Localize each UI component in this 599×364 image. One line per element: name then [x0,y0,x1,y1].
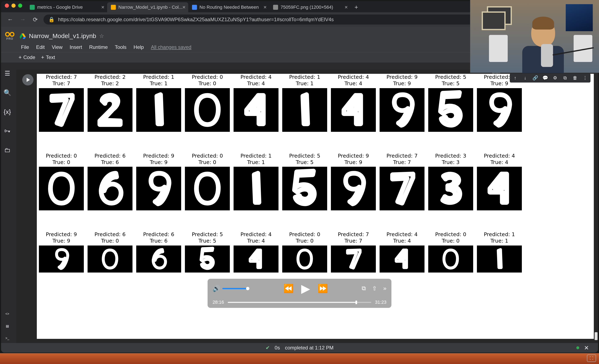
mnist-cell: Predicted: 5True: 5 [282,153,327,211]
mnist-image [39,245,84,273]
mnist-image [428,88,473,132]
screenshot-tool-icon[interactable]: ⛶ [587,355,596,362]
mnist-cell: Predicted: 4True: 4 [234,231,279,273]
mnist-cell: Predicted: 4True: 4 [379,231,424,273]
vertical-scrollbar[interactable] [594,70,598,342]
share-video-icon[interactable]: ⇧ [372,285,377,292]
mnist-cell: Predicted: 9True: 9 [136,153,181,211]
close-tab-icon[interactable]: ✕ [344,5,348,10]
search-icon[interactable]: 🔍 [4,89,11,96]
doc-title[interactable]: Narrow_Model_v1.ipynb [29,32,96,40]
url-text: https://colab.research.google.com/drive/… [58,17,334,22]
fast-forward-icon[interactable]: ⏩ [317,284,328,293]
star-icon[interactable]: ☆ [99,33,104,39]
mnist-caption: Predicted: 6True: 6 [143,231,174,244]
svg-marker-3 [23,37,26,39]
mnist-row: Predicted: 0True: 0Predicted: 6True: 6Pr… [39,153,592,211]
toc-icon[interactable]: ☰ [5,70,10,77]
mnist-cell: Predicted: 1True: 1 [234,153,279,211]
mnist-caption: Predicted: 9True: 9 [46,231,77,244]
mnist-row: Predicted: 7True: 7Predicted: 2True: 2Pr… [39,74,592,132]
svg-point-0 [6,32,9,36]
mnist-cell: Predicted: 0True: 0 [39,153,84,211]
colab-logo[interactable]: PRO [4,30,16,42]
pip-icon[interactable]: ⧉ [362,285,366,292]
mnist-cell: Predicted: 6True: 6 [136,231,181,273]
menu-runtime[interactable]: Runtime [89,44,108,50]
terminal-icon[interactable]: >_ [5,336,9,340]
files-icon[interactable]: 🗀 [4,147,10,154]
variables-icon[interactable]: {x} [4,108,11,115]
forward-button[interactable]: → [18,15,27,24]
browser-tab[interactable]: metrics - Google Drive✕ [26,2,107,12]
add-text-button[interactable]: +Text [41,54,55,61]
move-down-icon[interactable]: ↓ [521,74,529,82]
minimize-window-icon[interactable] [11,4,16,8]
mnist-cell: Predicted: 7True: 7 [331,231,376,273]
mnist-cell: Predicted: 0True: 0 [185,153,230,211]
left-rail: ☰ 🔍 {x} 🗝 🗀 [1,70,14,154]
mnist-caption: Predicted: 7True: 7 [338,231,369,244]
mnist-caption: Predicted: 1True: 1 [289,74,320,87]
mnist-caption: Predicted: 1True: 1 [143,74,174,87]
mirror-icon[interactable]: ⧉ [561,74,569,82]
menu-file[interactable]: File [21,44,29,50]
delete-icon[interactable]: 🗑 [571,74,579,82]
favicon-icon [30,5,35,10]
menu-edit[interactable]: Edit [36,44,45,50]
maximize-window-icon[interactable] [18,4,22,8]
drive-icon [19,33,26,39]
add-code-button[interactable]: +Code [18,54,35,61]
code-snippets-icon[interactable]: <> [5,312,9,316]
play-icon[interactable]: ▶ [301,282,310,295]
mnist-cell: Predicted: 0True: 0 [428,231,473,273]
browser-tab[interactable]: Narrow_Model_v1.ipynb - Col...✕ [107,2,188,12]
comment-icon[interactable]: 💬 [541,74,549,82]
browser-tab[interactable]: No Routing Needed Between ✕ [188,2,269,12]
menu-view[interactable]: View [52,44,63,50]
dismiss-status-icon[interactable]: ✕ [584,345,589,351]
webcam-overlay [470,0,599,73]
new-tab-button[interactable]: + [352,3,361,11]
mnist-caption: Predicted: 3True: 3 [435,153,466,166]
mnist-image [282,245,327,273]
mnist-caption: Predicted: 5True: 5 [289,153,320,166]
rewind-icon[interactable]: ⏪ [283,284,294,293]
browser-tab[interactable]: 75059FC.png (1200×564)✕ [269,2,351,12]
mnist-caption: Predicted: 0True: 0 [435,231,466,244]
settings-icon[interactable]: ⚙ [551,74,559,82]
seek-slider[interactable] [228,302,371,303]
link-icon[interactable]: 🔗 [531,74,539,82]
mnist-cell: Predicted: 5True: 5 [185,231,230,273]
mnist-caption: Predicted: 7True: 7 [46,74,77,87]
mnist-cell: Predicted: 0True: 0 [185,74,230,132]
close-tab-icon[interactable]: ✕ [101,5,105,10]
menu-help[interactable]: Help [133,44,144,50]
close-window-icon[interactable] [5,4,9,8]
mnist-image [477,88,522,132]
mnist-cell: Predicted: 4True: 4 [477,153,522,211]
mnist-cell: Predicted: 2True: 2 [88,74,132,132]
lock-icon: 🔒 [48,17,55,22]
tab-title: metrics - Google Drive [37,5,103,10]
mnist-image [136,167,181,210]
mnist-caption: Predicted: 1True: 1 [240,153,272,166]
close-tab-icon[interactable]: ✕ [182,5,186,10]
close-tab-icon[interactable]: ✕ [263,5,267,10]
mnist-caption: Predicted: 6True: 0 [94,231,126,244]
move-up-icon[interactable]: ↑ [511,74,519,82]
volume-icon[interactable]: 🔊 [212,285,220,292]
run-cell-button[interactable] [22,74,34,86]
back-button[interactable]: ← [6,15,14,24]
total-time: 31:23 [375,300,387,305]
command-palette-icon[interactable]: ▤ [6,324,9,328]
reload-button[interactable]: ⟳ [31,15,39,24]
menu-tools[interactable]: Tools [115,44,126,50]
secrets-icon[interactable]: 🗝 [4,127,10,135]
volume-slider[interactable] [222,288,249,289]
more-icon[interactable]: ⋮ [581,74,589,82]
mnist-caption: Predicted: 4True: 4 [338,74,369,87]
save-status[interactable]: All changes saved [151,44,191,50]
more-video-icon[interactable]: » [383,285,387,292]
menu-insert[interactable]: Insert [70,44,82,50]
